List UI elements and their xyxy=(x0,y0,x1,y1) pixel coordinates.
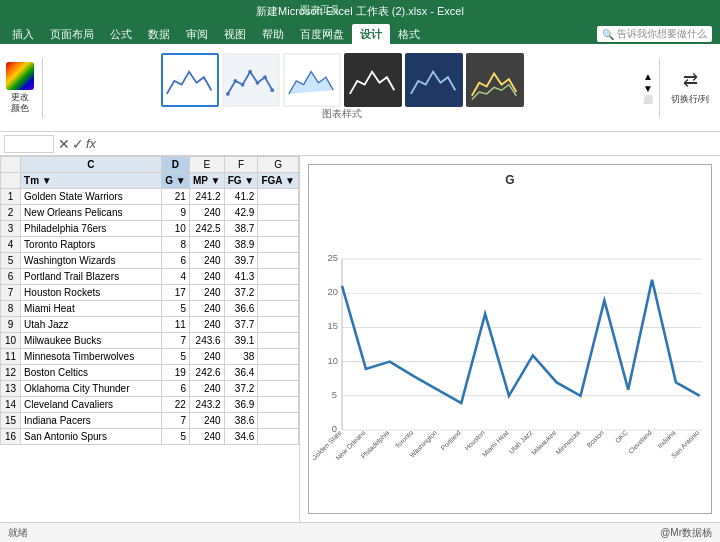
scroll-more[interactable]: ⬜ xyxy=(641,96,655,104)
team-name: Golden State Warriors xyxy=(21,189,162,205)
chart-style-2[interactable] xyxy=(222,53,280,107)
chart-line xyxy=(342,280,700,403)
team-name: San Antonio Spurs xyxy=(21,429,162,445)
header-fg[interactable]: FG ▼ xyxy=(224,173,258,189)
tab-insert[interactable]: 插入 xyxy=(4,24,42,44)
svg-point-4 xyxy=(240,82,244,86)
team-name: Toronto Raptors xyxy=(21,237,162,253)
fg-value: 36.6 xyxy=(224,301,258,317)
mp-value: 240 xyxy=(189,253,224,269)
g-value: 7 xyxy=(161,413,189,429)
team-name: Cleveland Cavaliers xyxy=(21,397,162,413)
table-row: 4 Toronto Raptors 8 240 38.9 xyxy=(1,237,299,253)
fx-icon[interactable]: fx xyxy=(86,136,96,151)
status-text: 就绪 xyxy=(8,526,28,540)
table-row: 11 Minnesota Timberwolves 5 240 38 xyxy=(1,349,299,365)
tab-format[interactable]: 格式 xyxy=(390,24,428,44)
mp-value: 240 xyxy=(189,413,224,429)
svg-text:Minnesota: Minnesota xyxy=(554,429,581,456)
g-value: 19 xyxy=(161,365,189,381)
header-mp[interactable]: MP ▼ xyxy=(189,173,224,189)
col-header-d[interactable]: D xyxy=(161,157,189,173)
scroll-up[interactable]: ▲ xyxy=(641,72,655,82)
svg-point-7 xyxy=(263,75,267,79)
table-row: 6 Portland Trail Blazers 4 240 41.3 xyxy=(1,269,299,285)
watermark: @Mr数据杨 xyxy=(660,526,712,540)
chart-style-5[interactable] xyxy=(405,53,463,107)
fga-value xyxy=(258,365,299,381)
fg-value: 34.6 xyxy=(224,429,258,445)
fga-value xyxy=(258,221,299,237)
cell-reference[interactable] xyxy=(4,135,54,153)
svg-point-2 xyxy=(226,92,230,96)
fg-value: 36.4 xyxy=(224,365,258,381)
fga-value xyxy=(258,269,299,285)
ribbon-scroll[interactable]: ▲ ▼ ⬜ xyxy=(641,72,655,104)
svg-text:15: 15 xyxy=(328,321,338,331)
chart-style-1[interactable] xyxy=(161,53,219,107)
row-number: 4 xyxy=(1,237,21,253)
chart-style-6[interactable] xyxy=(466,53,524,107)
search-placeholder: 告诉我你想要做什么 xyxy=(617,27,707,41)
tab-view[interactable]: 视图 xyxy=(216,24,254,44)
confirm-icon[interactable]: ✓ xyxy=(72,136,84,152)
col-header-c[interactable]: C xyxy=(21,157,162,173)
header-g[interactable]: G ▼ xyxy=(161,173,189,189)
chart-svg: 0 5 10 15 20 25 xyxy=(313,191,707,497)
tab-data[interactable]: 数据 xyxy=(140,24,178,44)
col-header-e[interactable]: E xyxy=(189,157,224,173)
tab-formula[interactable]: 公式 xyxy=(102,24,140,44)
chart-style-4[interactable] xyxy=(344,53,402,107)
change-color-button[interactable]: 更改颜色 xyxy=(6,58,43,118)
table-row: 2 New Orleans Pelicans 9 240 42.9 xyxy=(1,205,299,221)
fga-value xyxy=(258,413,299,429)
g-value: 11 xyxy=(161,317,189,333)
mp-value: 240 xyxy=(189,285,224,301)
mp-value: 242.6 xyxy=(189,365,224,381)
fg-value: 41.3 xyxy=(224,269,258,285)
row-number: 7 xyxy=(1,285,21,301)
col-header-g[interactable]: G xyxy=(258,157,299,173)
tab-layout[interactable]: 页面布局 xyxy=(42,24,102,44)
mp-value: 240 xyxy=(189,269,224,285)
cancel-icon[interactable]: ✕ xyxy=(58,136,70,152)
row-number: 11 xyxy=(1,349,21,365)
team-name: Washington Wizards xyxy=(21,253,162,269)
row-number: 14 xyxy=(1,397,21,413)
col-header-row-num xyxy=(1,157,21,173)
mp-value: 243.2 xyxy=(189,397,224,413)
header-tm[interactable]: Tm ▼ xyxy=(21,173,162,189)
tab-review[interactable]: 审阅 xyxy=(178,24,216,44)
tab-help[interactable]: 帮助 xyxy=(254,24,292,44)
scroll-down[interactable]: ▼ xyxy=(641,84,655,94)
svg-point-3 xyxy=(233,79,237,83)
g-value: 21 xyxy=(161,189,189,205)
col-header-f[interactable]: F xyxy=(224,157,258,173)
team-name: Indiana Pacers xyxy=(21,413,162,429)
fg-value: 42.9 xyxy=(224,205,258,221)
svg-text:Cleveland: Cleveland xyxy=(627,429,653,455)
table-row: 9 Utah Jazz 11 240 37.7 xyxy=(1,317,299,333)
switch-icon: ⇄ xyxy=(683,69,698,91)
chart-container: G 0 5 10 15 20 25 xyxy=(300,156,720,522)
tab-design[interactable]: 设计 xyxy=(352,24,390,44)
switch-row-col-button[interactable]: ⇄ 切换行/列 xyxy=(659,59,714,117)
svg-rect-1 xyxy=(224,55,278,105)
mp-value: 242.5 xyxy=(189,221,224,237)
table-row: 7 Houston Rockets 17 240 37.2 xyxy=(1,285,299,301)
team-name: New Orleans Pelicans xyxy=(21,205,162,221)
search-box[interactable]: 🔍 告诉我你想要做什么 xyxy=(597,26,712,42)
row-number: 9 xyxy=(1,317,21,333)
tab-baidu[interactable]: 百度网盘 xyxy=(292,24,352,44)
row-number: 12 xyxy=(1,365,21,381)
row-number: 1 xyxy=(1,189,21,205)
g-value: 6 xyxy=(161,253,189,269)
chart-style-3[interactable] xyxy=(283,53,341,107)
chart-svg-container: 0 5 10 15 20 25 xyxy=(313,191,707,497)
formula-bar: ✕ ✓ fx xyxy=(0,132,720,156)
header-fga[interactable]: FGA ▼ xyxy=(258,173,299,189)
mp-value: 240 xyxy=(189,301,224,317)
title-bar: 图表工具 新建Microsoft Excel 工作表 (2).xlsx - Ex… xyxy=(0,0,720,22)
team-name: Oklahoma City Thunder xyxy=(21,381,162,397)
svg-text:Toronto: Toronto xyxy=(393,429,414,450)
